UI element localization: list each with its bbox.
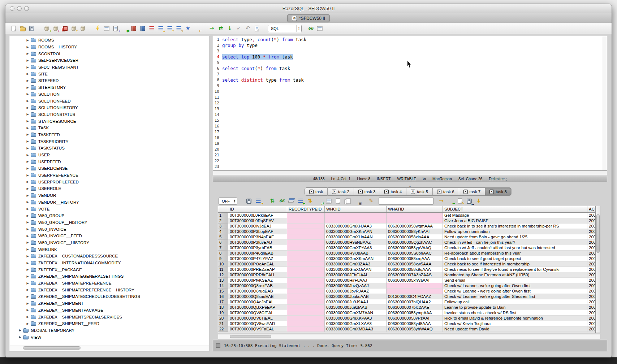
expand-icon[interactable]: ▶ bbox=[26, 308, 30, 312]
expand-icon[interactable]: ▶ bbox=[26, 200, 30, 204]
expand-icon[interactable]: ▶ bbox=[26, 126, 30, 130]
tree-item[interactable]: ▶W50_INVOICE__FEED bbox=[10, 233, 209, 239]
tree-item[interactable]: ▶ZKFEDEX__SHIPMENTSPECIALSERVICES bbox=[10, 313, 209, 320]
brush-button[interactable]: ✎ bbox=[367, 197, 375, 205]
sort-updown-button[interactable]: ⇅ bbox=[306, 197, 314, 205]
grid-horizontal-scrollbar[interactable] bbox=[218, 334, 600, 339]
disconnect-button[interactable]: ← bbox=[52, 25, 60, 32]
table-row[interactable]: 900T3000000P47LYEAZ0033000000GmXKmAAN006… bbox=[218, 256, 595, 261]
table-row[interactable]: 1800T3000000QBXPeEAP0033000000Ju9zlAAB00… bbox=[218, 305, 595, 310]
disconnect-all-button[interactable] bbox=[61, 25, 69, 32]
table-row[interactable]: 700T3000000P3yrbEAB0033000000GmXPYAA3006… bbox=[218, 245, 595, 251]
table-row[interactable]: 1400T3000000Q8rexEAB0033000000JbvQzAAJCh… bbox=[218, 283, 595, 289]
expand-icon[interactable]: ▶ bbox=[26, 140, 30, 143]
expand-icon[interactable]: ▶ bbox=[26, 302, 30, 305]
edit-list-button[interactable]: ✎ bbox=[175, 25, 183, 32]
table-row[interactable]: 800T3000000P46qnEAB0033000000H9i0pAAB006… bbox=[218, 251, 595, 256]
statement-type-select[interactable]: SQL ▲▼ bbox=[268, 25, 302, 32]
results-tab[interactable]: ✕task 7 bbox=[459, 187, 486, 196]
expand-icon[interactable]: ▶ bbox=[26, 275, 30, 278]
table-row[interactable]: 1500T3000000Q8rugEAB0033000000JbvRJAAZCh… bbox=[218, 289, 595, 294]
column-header[interactable]: SUBJECT bbox=[443, 206, 587, 212]
tree-item[interactable]: ▶VENDOR bbox=[10, 192, 209, 199]
table-row[interactable]: 200T3000000L0RqSEAVGive Jenn a BIG RAISE… bbox=[218, 218, 595, 224]
expand-icon[interactable]: ▶ bbox=[26, 315, 30, 318]
documentation-book-button[interactable] bbox=[139, 25, 147, 32]
expand-icon[interactable]: ▶ bbox=[26, 207, 30, 211]
export-grid-button[interactable]: ⇄ bbox=[315, 197, 323, 205]
export-list-button[interactable]: ↓ bbox=[157, 25, 165, 32]
expand-icon[interactable]: ▶ bbox=[26, 322, 30, 325]
copy-grid-button[interactable]: ▣ bbox=[353, 197, 361, 205]
expand-icon[interactable]: ▶ bbox=[26, 72, 30, 75]
table-row[interactable]: 1600T3000000Q8sauEAB0033000000JbukoAAB00… bbox=[218, 294, 595, 299]
expand-icon[interactable]: ▶ bbox=[26, 147, 30, 150]
tree-item[interactable]: ▶GLOBAL TEMPORARY bbox=[10, 327, 209, 334]
tree-item[interactable]: ▶ROOMS bbox=[10, 37, 209, 44]
tree-item[interactable]: ▶USERLICENSE bbox=[10, 165, 209, 172]
grid-hscroll-thumb[interactable] bbox=[230, 335, 271, 338]
search-input[interactable] bbox=[379, 198, 433, 205]
panel-splitter[interactable] bbox=[210, 34, 213, 354]
column-header[interactable] bbox=[218, 206, 228, 212]
go-button[interactable]: → bbox=[437, 197, 445, 205]
editor-vertical-scrollbar[interactable] bbox=[602, 36, 607, 170]
open-file-button[interactable] bbox=[19, 25, 27, 32]
tree-item[interactable]: ▶ZKFEDEX__SHIPMATESCHEDULEDJOBSSETTINGS bbox=[10, 293, 209, 300]
close-tab-icon[interactable]: ✕ bbox=[309, 190, 314, 194]
tree-scroll-thumb[interactable] bbox=[23, 346, 81, 350]
expand-icon[interactable]: ▶ bbox=[26, 221, 30, 224]
tree-item[interactable]: ▶SITEHISTORY bbox=[10, 84, 209, 91]
expand-icon[interactable]: ▶ bbox=[26, 106, 30, 109]
tree-item[interactable]: ▶ROOMS__HISTORY bbox=[10, 44, 209, 51]
expand-icon[interactable]: ▶ bbox=[26, 288, 30, 291]
close-tab-icon[interactable]: ✕ bbox=[292, 16, 297, 21]
results-tab[interactable]: ✕task 3 bbox=[354, 187, 380, 196]
tree-item[interactable]: ▶TASKSTATUS bbox=[10, 145, 209, 152]
expand-icon[interactable]: ▶ bbox=[26, 261, 30, 265]
results-list-button[interactable] bbox=[316, 25, 324, 32]
results-tab[interactable]: ✕task 6 bbox=[433, 187, 459, 196]
tree-item[interactable]: ▶ZKFEDEX__SHIPMENT bbox=[10, 300, 209, 307]
expand-icon[interactable]: ▶ bbox=[26, 133, 30, 136]
format-list-button[interactable]: ✦ bbox=[166, 25, 174, 32]
save-dots-button[interactable]: … bbox=[465, 197, 473, 205]
describe-list-button[interactable] bbox=[148, 25, 156, 32]
table-row[interactable]: 500T3000000P3N4pEAF0033000000GmXHnAAN006… bbox=[218, 234, 595, 240]
connect-button[interactable]: → bbox=[43, 25, 51, 32]
copy-button[interactable] bbox=[344, 197, 351, 205]
erase-button[interactable] bbox=[287, 197, 295, 205]
max-rows-select[interactable]: OFF ▲▼ bbox=[219, 198, 237, 205]
tree-item[interactable]: ▶TASK bbox=[10, 125, 209, 131]
column-header[interactable]: WHATID bbox=[387, 206, 443, 212]
tree-item[interactable]: ▶VENDOR__HISTORY bbox=[10, 199, 209, 206]
tree-item[interactable]: ▶ZKFEDEX__INTERNATIONALCOMMODITY bbox=[10, 260, 209, 266]
tree-item[interactable]: ▶TASKFEED bbox=[10, 131, 209, 138]
expand-icon[interactable]: ▶ bbox=[26, 79, 30, 82]
tree-item[interactable]: ▶STATICRESOURCE bbox=[10, 118, 209, 125]
tree-item[interactable]: ▶W50_INVOICE bbox=[10, 226, 209, 233]
view-glasses-button[interactable]: 66 bbox=[307, 25, 315, 32]
expand-icon[interactable]: ▶ bbox=[26, 39, 30, 42]
sql-code-area[interactable]: select type, count(*) from taskgroup by … bbox=[222, 36, 602, 170]
table-row[interactable]: 1900T3000000QV8CfEAL0033000000GmXM7AAN00… bbox=[218, 310, 595, 316]
tree-item[interactable]: ▶SITEFEED bbox=[10, 77, 209, 84]
edit-pad-button[interactable]: ✎ bbox=[456, 197, 464, 205]
tree-item[interactable]: ▶VIEW bbox=[10, 334, 209, 341]
expand-icon[interactable]: ▶ bbox=[26, 295, 30, 298]
view-glasses-button[interactable]: 66 bbox=[278, 197, 286, 205]
expand-icon[interactable]: ▶ bbox=[26, 46, 30, 49]
expand-icon[interactable]: ▶ bbox=[26, 99, 30, 103]
results-tab[interactable]: ✕task 8 bbox=[485, 187, 512, 196]
table-row[interactable]: 1700T3000000QAeJbEAL0033000000Ju9J9AAJ00… bbox=[218, 299, 595, 305]
column-header[interactable]: ID bbox=[228, 206, 287, 212]
grid-vertical-scrollbar[interactable] bbox=[596, 206, 600, 333]
tree-item[interactable]: ▶SITE bbox=[10, 70, 209, 77]
save-button[interactable] bbox=[28, 25, 36, 32]
column-header[interactable]: RECORDTYPEID bbox=[287, 206, 325, 212]
expand-icon[interactable]: ▶ bbox=[26, 92, 30, 96]
new-connection-button[interactable]: ✦ bbox=[70, 25, 78, 32]
expand-icon[interactable]: ▶ bbox=[26, 241, 30, 244]
expand-icon[interactable]: ▶ bbox=[26, 282, 30, 285]
reference-book-button[interactable] bbox=[130, 25, 138, 32]
